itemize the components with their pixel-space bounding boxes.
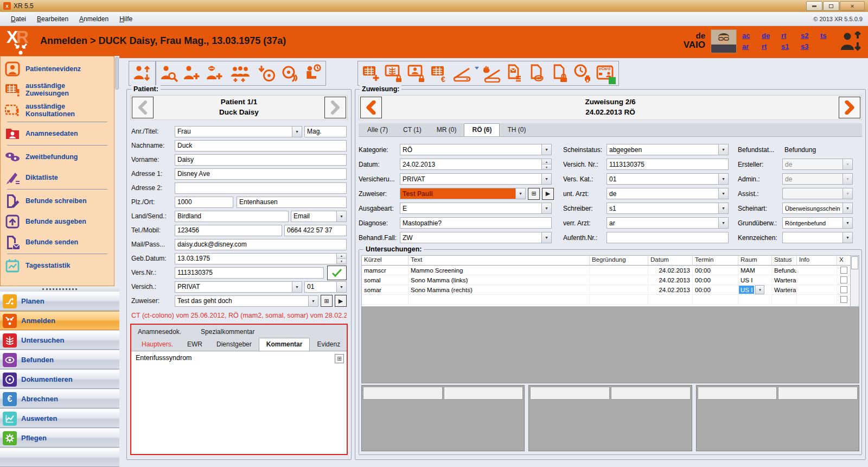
- worklist-add-icon[interactable]: [361, 62, 381, 84]
- scanner-feed-icon[interactable]: [452, 62, 473, 84]
- sidebar-item-dokumentieren[interactable]: Dokumentieren: [0, 370, 119, 389]
- sidebar-item-ausstaendige-zuweisungen[interactable]: ausständige Zuweisungen: [1, 79, 114, 100]
- zzuweiser-add-button[interactable]: ⊞: [528, 188, 540, 200]
- user-switch-icon[interactable]: [840, 31, 863, 51]
- tab-spezialkommentar[interactable]: Spezialkommentar: [201, 328, 254, 336]
- tab-evidenz[interactable]: Evidenz: [310, 338, 347, 351]
- sidebar-item-anmelden[interactable]: Anmelden: [0, 311, 119, 330]
- col-header-x[interactable]: X: [837, 256, 850, 266]
- menu-datei[interactable]: Datei: [5, 14, 31, 24]
- tab-alle[interactable]: Alle (7): [360, 124, 395, 136]
- scanner-dropdown-icon[interactable]: [475, 67, 479, 70]
- link-ac[interactable]: ac: [742, 31, 756, 40]
- ort-field[interactable]: Entenhausen: [237, 197, 347, 208]
- zuweisung-prev-button[interactable]: [360, 97, 382, 118]
- zversicherung-select[interactable]: PRIVAT▼: [400, 173, 552, 185]
- patient-prev-button[interactable]: [132, 97, 154, 118]
- sidebar-item-anamnesedaten[interactable]: Anamnesedaten: [1, 123, 114, 144]
- chevron-down-icon[interactable]: ▼: [515, 188, 525, 199]
- link-rt[interactable]: rt: [781, 31, 795, 40]
- table-row-cell[interactable]: 24.02.2013: [648, 285, 693, 295]
- row-checkbox[interactable]: [837, 275, 850, 285]
- minimize-button[interactable]: [806, 1, 822, 11]
- patient-group-add-icon[interactable]: [227, 62, 254, 84]
- ausgabeart-select[interactable]: E▼: [400, 203, 552, 214]
- zuweiser-select[interactable]: Test das geht doch▼: [175, 295, 318, 307]
- zversichnr-field[interactable]: 1113130375: [607, 159, 729, 170]
- sidebar-item-befunde-senden[interactable]: Befunde senden: [1, 232, 114, 253]
- link-ar[interactable]: ar: [742, 42, 756, 51]
- link-ts[interactable]: ts: [820, 31, 834, 40]
- spinner-icon[interactable]: ▲▼: [336, 254, 346, 264]
- sidebar-item-befunde-schreiben[interactable]: Befunde schreiben: [1, 191, 114, 211]
- checkbox-icon[interactable]: [840, 286, 847, 293]
- versnr-verify-button[interactable]: [327, 266, 347, 280]
- selected-raum-value[interactable]: US I: [739, 286, 754, 294]
- spinner-icon[interactable]: ▲▼: [541, 159, 551, 169]
- row-checkbox[interactable]: [837, 285, 850, 295]
- preview-header-cell[interactable]: [363, 387, 443, 400]
- sidebar-item-diktatliste[interactable]: Diktatliste: [1, 167, 114, 188]
- tel-field[interactable]: 123456: [175, 225, 282, 236]
- table-row-cell[interactable]: 00:00: [693, 275, 738, 285]
- link-de[interactable]: de: [762, 31, 776, 40]
- menu-bearbeiten[interactable]: Bearbeiten: [31, 14, 74, 24]
- sidebar-splitter[interactable]: [0, 286, 119, 292]
- table-row-cell[interactable]: US I: [738, 275, 772, 285]
- patient-add-icon[interactable]: [182, 62, 202, 84]
- raum-cell-editing[interactable]: US I▼: [738, 285, 772, 295]
- table-row-cell[interactable]: [590, 285, 648, 295]
- scheinart-select[interactable]: Überweisungsschein▼: [782, 203, 853, 214]
- table-row-cell[interactable]: Mammo Screening: [409, 266, 590, 275]
- col-header-raum[interactable]: Raum: [738, 256, 772, 266]
- chevron-down-icon[interactable]: ▼: [292, 282, 302, 292]
- sidebar-scrollbar[interactable]: [114, 56, 119, 286]
- patient-transfer-icon[interactable]: [132, 62, 152, 84]
- table-row-cell[interactable]: somar: [362, 285, 409, 295]
- tab-hauptvers[interactable]: Hauptvers.: [135, 338, 180, 351]
- kategorie-select[interactable]: RÖ▼: [400, 144, 552, 155]
- zuweiser-detail-button[interactable]: ▶: [335, 295, 347, 307]
- grundueberweisung-select[interactable]: Röntgenbefund▼: [782, 217, 853, 229]
- waiting-patient-clock-icon[interactable]: [302, 62, 323, 84]
- menu-anmelden[interactable]: Anmelden: [74, 14, 114, 24]
- adresse2-field[interactable]: [175, 182, 347, 194]
- gebdatum-field[interactable]: 13.03.1975▲▼: [175, 253, 347, 264]
- scanner-hand-icon[interactable]: [481, 62, 502, 84]
- table-row-cell[interactable]: Wartera: [772, 275, 797, 285]
- export-disc-icon[interactable]: [279, 62, 300, 84]
- col-header-termin[interactable]: Termin: [693, 256, 738, 266]
- tab-ewr[interactable]: EWR: [180, 338, 209, 351]
- chevron-down-icon[interactable]: ▼: [541, 203, 551, 213]
- chevron-down-icon[interactable]: ▼: [541, 144, 551, 155]
- behandlfall-select[interactable]: ZW▼: [400, 232, 552, 243]
- versicherung-select[interactable]: PRIVAT▼: [175, 281, 302, 293]
- table-row-cell[interactable]: [797, 266, 837, 275]
- verrarzt-select[interactable]: ar▼: [607, 217, 729, 229]
- chevron-down-icon[interactable]: ▼: [541, 232, 551, 243]
- plz-field[interactable]: 1000: [175, 197, 233, 208]
- preview-header-cell[interactable]: [698, 387, 777, 400]
- preview-header-cell[interactable]: [611, 387, 691, 400]
- expand-plus-icon[interactable]: ⊞: [335, 354, 344, 363]
- nachname-field[interactable]: Duck: [175, 140, 347, 152]
- sidebar-item-auswerten[interactable]: Auswerten: [0, 409, 119, 428]
- row-checkbox[interactable]: [837, 266, 850, 275]
- tab-th[interactable]: TH (0): [500, 124, 533, 136]
- sidebar-item-patientenevidenz[interactable]: Patientenevidenz: [1, 59, 114, 79]
- checkbox-icon[interactable]: [840, 296, 847, 303]
- col-header-info[interactable]: Info: [797, 256, 837, 266]
- table-row-cell[interactable]: [797, 285, 837, 295]
- import-disc-icon[interactable]: [257, 62, 277, 84]
- tab-anamnesedok[interactable]: Anamnesedok.: [138, 328, 181, 336]
- table-row-cell[interactable]: [590, 266, 648, 275]
- checkbox-icon[interactable]: [840, 276, 847, 283]
- chevron-down-icon[interactable]: ▼: [292, 127, 302, 137]
- table-row-cell[interactable]: 00:00: [693, 266, 738, 275]
- verskat-select[interactable]: 01▼: [304, 281, 347, 293]
- table-row-cell[interactable]: Befundu: [772, 266, 797, 275]
- col-header-datum[interactable]: Datum: [648, 256, 693, 266]
- chevron-down-icon[interactable]: ▼: [718, 144, 728, 155]
- ecard-reader-icon[interactable]: eCard: [595, 62, 616, 84]
- chevron-down-icon[interactable]: ▼: [718, 188, 728, 199]
